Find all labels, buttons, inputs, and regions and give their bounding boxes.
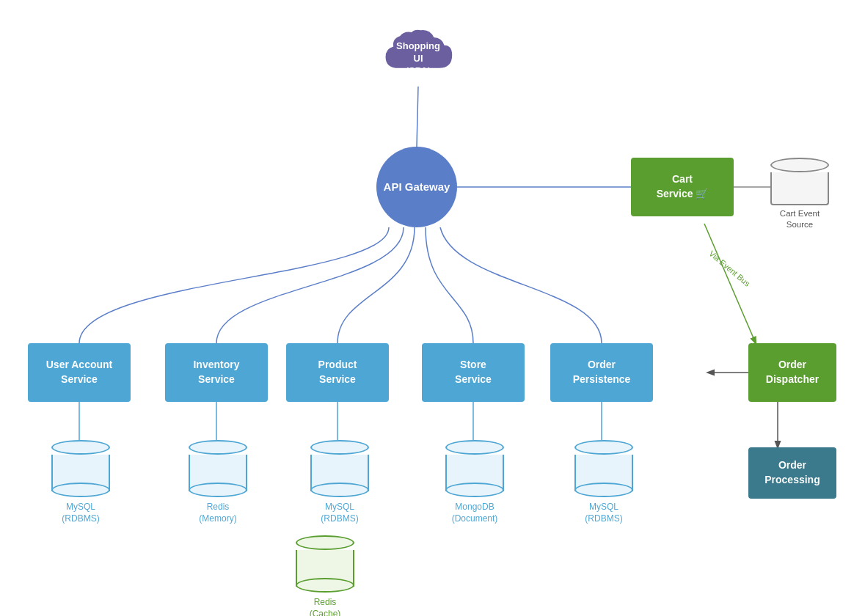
via-event-bus-label: Via Event Bus xyxy=(707,249,751,287)
product-label: ProductService xyxy=(318,358,357,386)
svg-line-0 xyxy=(417,87,418,147)
shopping-ui-node: Shopping UI (SPA) xyxy=(374,22,462,95)
user-account-label: User AccountService xyxy=(46,358,113,386)
db-store-node: MongoDB(Document) xyxy=(434,440,515,510)
api-gateway-label: API Gateway xyxy=(384,180,450,194)
cart-event-source-label: Cart EventSource xyxy=(780,208,820,230)
order-processing-label: OrderProcessing xyxy=(764,458,820,487)
db-order-persistence-label: MySQL(RDBMS) xyxy=(585,502,622,524)
user-account-service-node: User AccountService xyxy=(28,343,131,402)
cart-service-node: CartService 🛒 xyxy=(631,158,734,216)
db-redis-cache-node: Redis(Cache) xyxy=(285,535,365,605)
db-inventory-label: Redis(Memory) xyxy=(199,502,236,524)
inventory-label: InventoryService xyxy=(193,358,239,386)
order-persistence-node: OrderPersistence xyxy=(550,343,653,402)
store-label: StoreService xyxy=(455,358,492,386)
order-dispatcher-node: OrderDispatcher xyxy=(748,343,836,402)
db-inventory-node: Redis(Memory) xyxy=(178,440,258,510)
inventory-service-node: InventoryService xyxy=(165,343,268,402)
db-product-node: MySQL(RDBMS) xyxy=(299,440,380,510)
order-processing-node: OrderProcessing xyxy=(748,447,836,499)
db-order-persistence-node: MySQL(RDBMS) xyxy=(563,440,644,510)
shopping-ui-label: Shopping UI (SPA) xyxy=(382,40,455,78)
architecture-diagram: Shopping UI (SPA) API Gateway CartServic… xyxy=(0,0,865,616)
product-service-node: ProductService xyxy=(286,343,389,402)
db-user-account-node: MySQL(RDBMS) xyxy=(40,440,121,510)
db-store-label: MongoDB(Document) xyxy=(452,502,498,524)
db-redis-cache-label: Redis(Cache) xyxy=(310,597,341,616)
cart-service-label: CartService 🛒 xyxy=(657,172,709,201)
order-dispatcher-label: OrderDispatcher xyxy=(766,358,819,386)
api-gateway-node: API Gateway xyxy=(376,147,457,227)
cart-event-source-node: Cart EventSource xyxy=(763,158,836,224)
db-user-account-label: MySQL(RDBMS) xyxy=(62,502,99,524)
db-product-label: MySQL(RDBMS) xyxy=(321,502,358,524)
store-service-node: StoreService xyxy=(422,343,525,402)
order-persistence-label: OrderPersistence xyxy=(573,358,631,386)
